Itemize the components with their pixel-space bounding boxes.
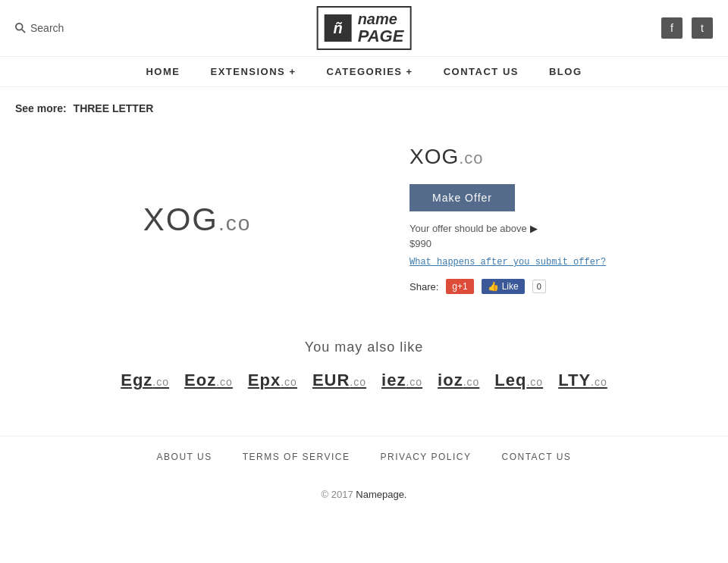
see-more-label: See more: THREE LETTER	[15, 102, 713, 114]
main-content: See more: THREE LETTER XOG.co XOG.co Mak…	[0, 87, 728, 436]
footer: ABOUT US TERMS OF SERVICE PRIVACY POLICY…	[0, 436, 728, 511]
share-label: Share:	[410, 281, 438, 292]
list-item[interactable]: Leq.co	[494, 371, 543, 390]
search-label: Search	[30, 22, 64, 34]
facebook-like-button[interactable]: 👍 Like	[482, 279, 525, 294]
svg-point-0	[16, 23, 23, 30]
search-icon	[15, 23, 26, 33]
domain-section: XOG.co XOG.co Make Offer Your offer shou…	[15, 130, 713, 309]
social-links: f t	[661, 17, 713, 39]
nav-home[interactable]: HOME	[146, 66, 180, 77]
domain-info: XOG.co Make Offer Your offer should be a…	[410, 130, 713, 309]
arrow-icon: ▶	[530, 223, 538, 234]
twitter-icon: t	[701, 22, 704, 34]
list-item[interactable]: iez.co	[381, 371, 422, 390]
twitter-link[interactable]: t	[692, 17, 713, 39]
domain-preview-name: XOG	[143, 202, 218, 237]
also-like-section: You may also like Egz.co Eoz.co Epx.co E…	[15, 339, 713, 390]
footer-nav: ABOUT US TERMS OF SERVICE PRIVACY POLICY…	[0, 436, 728, 477]
also-like-title: You may also like	[15, 339, 713, 355]
offer-price: $990	[410, 238, 713, 249]
main-nav: HOME EXTENSIONS + CATEGORIES + CONTACT U…	[0, 57, 728, 87]
list-item[interactable]: Egz.co	[121, 371, 169, 390]
header: Search ñ name PAGE f t	[0, 0, 728, 57]
domain-list: Egz.co Eoz.co Epx.co EUR.co iez.co ioz.c…	[15, 371, 713, 390]
what-happens-link[interactable]: What happens after you submit offer?	[410, 257, 713, 267]
list-item[interactable]: Epx.co	[248, 371, 297, 390]
logo[interactable]: ñ name PAGE	[317, 6, 412, 50]
facebook-link[interactable]: f	[661, 17, 682, 39]
list-item[interactable]: Eoz.co	[184, 371, 233, 390]
domain-preview: XOG.co	[15, 130, 379, 309]
list-item[interactable]: EUR.co	[312, 371, 366, 390]
domain-preview-tld: .co	[218, 211, 251, 235]
footer-brand-link[interactable]: Namepage.	[356, 489, 406, 500]
footer-about[interactable]: ABOUT US	[157, 452, 212, 462]
facebook-icon: f	[670, 22, 673, 34]
list-item[interactable]: ioz.co	[438, 371, 479, 390]
footer-copyright: © 2017 Namepage.	[0, 477, 728, 511]
nav-contact[interactable]: CONTACT US	[444, 66, 519, 77]
footer-contact[interactable]: CONTACT US	[501, 452, 571, 462]
search-button[interactable]: Search	[15, 22, 64, 34]
nav-extensions[interactable]: EXTENSIONS +	[210, 66, 296, 77]
see-more-value[interactable]: THREE LETTER	[74, 102, 154, 114]
offer-hint: Your offer should be above ▶	[410, 223, 713, 234]
share-row: Share: g+1 👍 Like 0	[410, 279, 713, 294]
footer-terms[interactable]: TERMS OF SERVICE	[243, 452, 350, 462]
google-plus-button[interactable]: g+1	[446, 279, 473, 294]
fb-count: 0	[532, 280, 546, 293]
fb-thumbs-icon: 👍	[488, 281, 499, 292]
domain-preview-text: XOG.co	[143, 202, 252, 238]
logo-icon: ñ	[325, 14, 352, 42]
domain-title: XOG.co	[410, 145, 713, 169]
list-item[interactable]: LTY.co	[558, 371, 607, 390]
make-offer-button[interactable]: Make Offer	[410, 184, 515, 211]
logo-text: name PAGE	[358, 11, 404, 45]
nav-blog[interactable]: BLOG	[549, 66, 582, 77]
footer-privacy[interactable]: PRIVACY POLICY	[381, 452, 472, 462]
svg-line-1	[22, 30, 25, 33]
nav-categories[interactable]: CATEGORIES +	[326, 66, 413, 77]
